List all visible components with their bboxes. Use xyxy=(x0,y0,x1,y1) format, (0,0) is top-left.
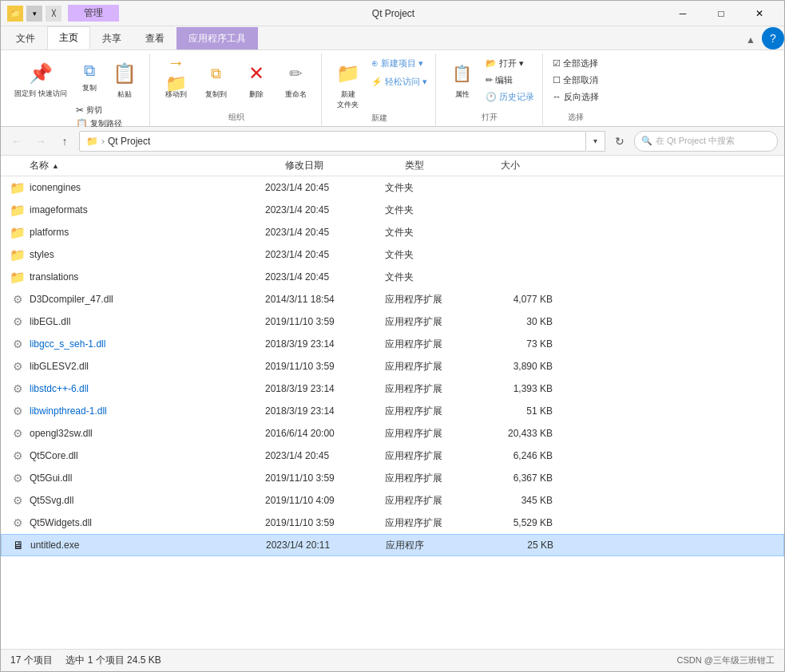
forward-button[interactable]: → xyxy=(31,132,50,151)
search-box[interactable]: 🔍 在 Qt Project 中搜索 xyxy=(634,131,778,152)
table-row[interactable]: 📁 iconengines 2023/1/4 20:45 文件夹 xyxy=(1,176,784,199)
table-row[interactable]: ⚙ libGLESV2.dll 2019/11/10 3:59 应用程序扩展 3… xyxy=(1,355,784,378)
table-row[interactable]: ⚙ Qt5Core.dll 2023/1/4 20:45 应用程序扩展 6,24… xyxy=(1,445,784,467)
file-date: 2023/1/4 20:45 xyxy=(265,450,385,461)
select-items: ☑ 全部选择 ☐ 全部取消 ↔ 反向选择 xyxy=(551,57,601,104)
file-size: 51 KB xyxy=(481,405,553,417)
file-date: 2019/11/10 3:59 xyxy=(265,472,385,484)
delete-button[interactable]: ✕ 删除 xyxy=(238,57,275,102)
ribbon-group-clipboard: 📌 固定到 快速访问 ⧉ 复制 📋 粘贴 xyxy=(4,53,150,126)
tab-file[interactable]: 文件 xyxy=(4,27,47,49)
new-folder-button[interactable]: 📁 新建文件夹 xyxy=(330,57,367,113)
new-item-button[interactable]: ⊕ 新建项目 ▾ xyxy=(370,57,429,70)
file-date: 2023/1/4 20:45 xyxy=(265,204,385,215)
title-bar: 📁 ▾ ╳ 管理 Qt Project ─ □ ✕ xyxy=(1,1,784,26)
table-row[interactable]: ⚙ Qt5Gui.dll 2019/11/10 3:59 应用程序扩展 6,36… xyxy=(1,467,784,489)
file-name: Qt5Core.dll xyxy=(30,450,265,461)
minimize-button[interactable]: ─ xyxy=(664,2,701,25)
table-row[interactable]: ⚙ libgcc_s_seh-1.dll 2018/3/19 23:14 应用程… xyxy=(1,333,784,355)
maximize-button[interactable]: □ xyxy=(703,2,739,25)
history-button[interactable]: 🕐 历史记录 xyxy=(484,90,536,104)
file-name: libstdc++-6.dll xyxy=(30,383,265,394)
table-row[interactable]: ⚙ libwinpthread-1.dll 2018/3/19 23:14 应用… xyxy=(1,400,784,422)
table-row[interactable]: 📁 styles 2023/1/4 20:45 文件夹 xyxy=(1,243,784,266)
copy-paste-row: ⧉ 复制 📋 粘贴 xyxy=(74,57,143,102)
file-date: 2019/11/10 3:59 xyxy=(265,361,385,372)
copy-button[interactable]: ⧉ 复制 xyxy=(74,57,105,102)
file-name: Qt5Widgets.dll xyxy=(30,517,265,528)
ribbon-collapse-button[interactable]: ▲ xyxy=(741,30,760,49)
file-name: opengl32sw.dll xyxy=(30,428,265,439)
manage-tab-label[interactable]: 管理 xyxy=(68,5,119,22)
file-icon: ⚙ xyxy=(10,337,25,351)
window-icon-arrow: ▾ xyxy=(26,6,42,22)
move-to-button[interactable]: →📁 移动到 xyxy=(158,57,195,102)
table-row[interactable]: ⚙ libstdc++-6.dll 2018/3/19 23:14 应用程序扩展… xyxy=(1,378,784,400)
refresh-button[interactable]: ↻ xyxy=(610,132,629,151)
easy-access-button[interactable]: ⚡ 轻松访问 ▾ xyxy=(370,75,429,89)
table-row[interactable]: ⚙ D3Dcompiler_47.dll 2014/3/11 18:54 应用程… xyxy=(1,288,784,310)
pin-to-quickaccess-button[interactable]: 📌 固定到 快速访问 xyxy=(10,57,71,101)
col-header-type[interactable]: 类型 xyxy=(405,159,501,172)
new-label: 新建 xyxy=(371,113,387,125)
address-bar: ← → ↑ 📁 › Qt Project ▾ ↻ 🔍 在 Qt Project … xyxy=(1,127,784,156)
table-row[interactable]: ⚙ Qt5Widgets.dll 2019/11/10 3:59 应用程序扩展 … xyxy=(1,512,784,534)
properties-icon: 📋 xyxy=(448,59,477,88)
path-text: Qt Project xyxy=(108,136,150,147)
select-all-button[interactable]: ☑ 全部选择 xyxy=(551,57,601,70)
tab-view[interactable]: 查看 xyxy=(133,27,176,49)
col-header-name[interactable]: 名称 ▲ xyxy=(30,159,285,172)
invert-select-button[interactable]: ↔ 反向选择 xyxy=(551,90,601,104)
table-row[interactable]: ⚙ libEGL.dll 2019/11/10 3:59 应用程序扩展 30 K… xyxy=(1,310,784,333)
table-row[interactable]: 🖥 untitled.exe 2023/1/4 20:11 应用程序 25 KB xyxy=(1,534,784,556)
table-row[interactable]: ⚙ opengl32sw.dll 2016/6/14 20:00 应用程序扩展 … xyxy=(1,422,784,445)
file-date: 2019/11/10 3:59 xyxy=(265,316,385,327)
col-header-date[interactable]: 修改日期 xyxy=(285,159,405,172)
column-headers: 名称 ▲ 修改日期 类型 大小 xyxy=(1,156,784,176)
file-date: 2018/3/19 23:14 xyxy=(265,383,385,394)
copy-to-icon: ⧉ xyxy=(202,59,231,88)
paste-button[interactable]: 📋 粘贴 xyxy=(106,57,143,102)
help-button[interactable]: ? xyxy=(762,27,784,49)
copy-to-button[interactable]: ⧉ 复制到 xyxy=(198,57,235,102)
file-icon: ⚙ xyxy=(10,314,25,329)
file-list-container: 名称 ▲ 修改日期 类型 大小 📁 iconengines 2023/1/4 2… xyxy=(1,156,784,649)
file-type: 应用程序扩展 xyxy=(385,494,481,508)
file-icon: 📁 xyxy=(10,270,25,284)
window-title: Qt Project xyxy=(122,8,664,19)
edit-button[interactable]: ✏ 编辑 xyxy=(484,73,536,87)
search-icon: 🔍 xyxy=(641,136,652,146)
file-date: 2023/1/4 20:45 xyxy=(265,182,385,193)
file-name: iconengines xyxy=(30,182,265,193)
table-row[interactable]: 📁 platforms 2023/1/4 20:45 文件夹 xyxy=(1,221,784,243)
file-size: 30 KB xyxy=(481,316,553,327)
back-button[interactable]: ← xyxy=(7,132,26,151)
file-date: 2018/3/19 23:14 xyxy=(265,338,385,350)
deselect-all-button[interactable]: ☐ 全部取消 xyxy=(551,73,601,87)
cut-button[interactable]: ✂剪切 xyxy=(74,104,143,117)
file-name: libwinpthread-1.dll xyxy=(30,405,265,417)
file-size: 345 KB xyxy=(481,495,553,506)
table-row[interactable]: ⚙ Qt5Svg.dll 2019/11/10 4:09 应用程序扩展 345 … xyxy=(1,489,784,512)
file-name: D3Dcompiler_47.dll xyxy=(30,294,265,305)
tab-app-tools[interactable]: 应用程序工具 xyxy=(176,27,258,49)
open-button[interactable]: 📂 打开 ▾ xyxy=(484,57,536,70)
file-type: 文件夹 xyxy=(385,271,481,284)
up-button[interactable]: ↑ xyxy=(55,132,74,151)
tab-home[interactable]: 主页 xyxy=(47,26,90,49)
file-date: 2018/3/19 23:14 xyxy=(265,405,385,417)
table-row[interactable]: 📁 translations 2023/1/4 20:45 文件夹 xyxy=(1,266,784,288)
close-button[interactable]: ✕ xyxy=(741,2,778,25)
col-header-size[interactable]: 大小 xyxy=(501,159,573,172)
file-icon: ⚙ xyxy=(10,404,25,418)
tab-share[interactable]: 共享 xyxy=(90,27,133,49)
table-row[interactable]: 📁 imageformats 2023/1/4 20:45 文件夹 xyxy=(1,199,784,221)
address-path[interactable]: 📁 › Qt Project xyxy=(79,131,586,152)
address-dropdown-button[interactable]: ▾ xyxy=(586,131,605,152)
rename-button[interactable]: ✏ 重命名 xyxy=(278,57,315,102)
file-name: Qt5Gui.dll xyxy=(30,472,265,484)
file-size: 73 KB xyxy=(481,338,553,350)
properties-button[interactable]: 📋 属性 xyxy=(444,57,481,102)
file-type: 应用程序扩展 xyxy=(385,293,481,306)
ribbon: 📌 固定到 快速访问 ⧉ 复制 📋 粘贴 xyxy=(1,50,784,127)
